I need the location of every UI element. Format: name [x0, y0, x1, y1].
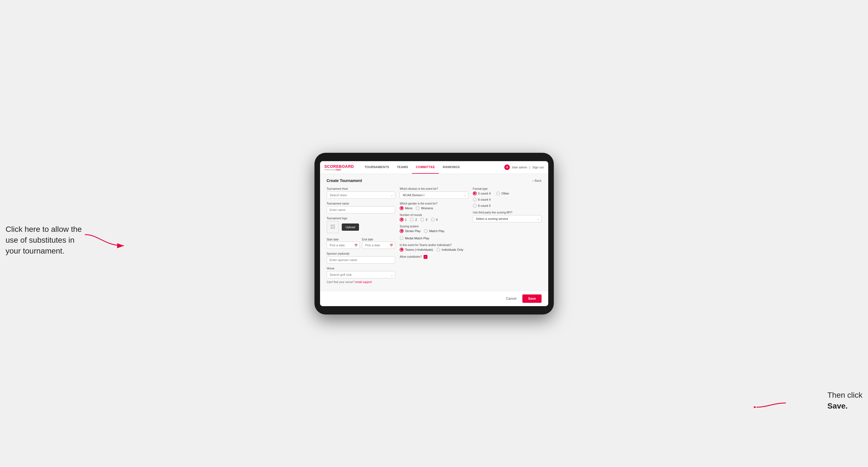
tournament-host-input[interactable] [327, 191, 396, 199]
venue-help: Can't find your venue? email support [327, 281, 396, 284]
substitutes-group: Allow substitutes? ✓ [400, 255, 468, 259]
substitutes-label: Allow substitutes? [400, 255, 422, 258]
format-other-radio[interactable] [496, 191, 500, 195]
nav-committee[interactable]: COMMITTEE [412, 161, 439, 174]
logo-score-red: SCORE [324, 164, 339, 169]
dates-group: Start date 📅 End date 📅 [327, 237, 396, 249]
annotation-right: Then click Save. [827, 390, 862, 411]
email-support-link[interactable]: email support [355, 281, 372, 284]
tournament-name-input[interactable] [327, 206, 396, 214]
gender-womens[interactable]: Womens [416, 206, 433, 210]
tournament-logo-group: Tournament logo 🖼 Upload [327, 217, 396, 233]
avatar: B [504, 164, 510, 170]
tournament-name-label: Tournament name [327, 202, 396, 205]
back-button[interactable]: ‹ Back [532, 179, 541, 182]
division-label: Which division is the event for? [400, 187, 468, 190]
rounds-label: Number of rounds [400, 214, 468, 217]
division-select[interactable]: NCAA Division I [400, 191, 468, 199]
rounds-1-label: 1 [405, 218, 407, 221]
form-col-3: Format type 5 count 4 Other [473, 187, 541, 284]
teams-label: Is this event for Teams and/or Individua… [400, 244, 468, 247]
nav-logo: SCOREBOARD Powered by clippd [324, 164, 354, 170]
page-content: Create Tournament ‹ Back Tournament Host… [320, 174, 548, 291]
teams-plus-label: Teams (+Individuals) [405, 248, 433, 251]
nav-bar: SCOREBOARD Powered by clippd TOURNAMENTS… [320, 161, 548, 174]
venue-input[interactable] [327, 271, 396, 278]
scoring-group: Scoring system Stroke Play Match Play [400, 225, 468, 240]
tournament-host-group: Tournament Host [327, 187, 396, 199]
rounds-4-radio[interactable] [431, 218, 435, 221]
scoring-stroke[interactable]: Stroke Play [400, 229, 421, 233]
logo-board: BOARD [339, 164, 354, 169]
annotation-left: Click here to allow the use of substitut… [6, 224, 84, 257]
sponsor-input[interactable] [327, 256, 396, 263]
scoring-radio-group: Stroke Play Match Play Medal Match Play [400, 229, 468, 240]
teams-plus-radio[interactable] [400, 248, 404, 252]
form-footer: Cancel Save [320, 291, 548, 306]
format-5count4[interactable]: 5 count 4 [473, 191, 491, 195]
venue-label: Venue [327, 267, 396, 270]
logo-tagline: Powered by clippd [324, 169, 354, 170]
teams-radio-group: Teams (+Individuals) Individuals Only [400, 248, 468, 252]
rounds-2[interactable]: 2 [410, 218, 417, 221]
tablet-screen: SCOREBOARD Powered by clippd TOURNAMENTS… [320, 161, 548, 306]
sign-out-link[interactable]: Sign out [532, 165, 544, 169]
sponsor-label: Sponsor (optional) [327, 252, 396, 255]
api-select[interactable]: Select a scoring service [473, 215, 541, 222]
teams-plus-individuals[interactable]: Teams (+Individuals) [400, 248, 433, 252]
form-grid: Tournament Host Tournament name Tourname… [327, 187, 541, 284]
rounds-4-label: 4 [436, 218, 438, 221]
save-button[interactable]: Save [522, 294, 541, 303]
form-col-1: Tournament Host Tournament name Tourname… [327, 187, 396, 284]
scoring-medal[interactable]: Medal Match Play [400, 236, 429, 240]
page-header: Create Tournament ‹ Back [327, 178, 541, 183]
rounds-1[interactable]: 1 [400, 218, 407, 221]
logo-placeholder: 🖼 [327, 221, 339, 233]
scoring-medal-label: Medal Match Play [405, 237, 429, 240]
scoring-stroke-label: Stroke Play [405, 229, 421, 233]
format-5count4-radio[interactable] [473, 191, 477, 195]
nav-teams[interactable]: TEAMS [393, 161, 412, 174]
rounds-2-radio[interactable] [410, 218, 414, 221]
format-6count4[interactable]: 6 count 4 [473, 197, 541, 201]
scoring-stroke-radio[interactable] [400, 229, 404, 233]
gender-womens-radio[interactable] [416, 206, 420, 210]
gender-womens-label: Womens [421, 207, 433, 210]
teams-group: Is this event for Teams and/or Individua… [400, 244, 468, 252]
nav-links: TOURNAMENTS TEAMS COMMITTEE RANKINGS [361, 161, 504, 174]
rounds-4[interactable]: 4 [431, 218, 438, 221]
format-group: Format type 5 count 4 Other [473, 187, 541, 208]
arrow-left-svg [82, 232, 127, 249]
individuals-only[interactable]: Individuals Only [436, 248, 463, 252]
scoring-match[interactable]: Match Play [424, 229, 444, 233]
rounds-2-label: 2 [415, 218, 417, 221]
cancel-button[interactable]: Cancel [503, 295, 520, 302]
format-6count4-radio[interactable] [473, 197, 477, 201]
format-radio-list: 5 count 4 Other 6 count 4 [473, 191, 541, 208]
substitutes-checkbox[interactable]: ✓ [424, 255, 428, 259]
gender-mens-radio[interactable] [400, 206, 404, 210]
gender-mens[interactable]: Mens [400, 206, 412, 210]
rounds-radio-group: 1 2 3 4 [400, 218, 468, 221]
format-6count5-radio[interactable] [473, 204, 477, 208]
format-6count5[interactable]: 6 count 5 [473, 204, 541, 208]
upload-button[interactable]: Upload [342, 223, 359, 231]
scoring-medal-radio[interactable] [400, 236, 404, 240]
nav-rankings[interactable]: RANKINGS [439, 161, 464, 174]
nav-user: B blair admin | Sign out [504, 164, 544, 170]
rounds-3[interactable]: 3 [420, 218, 427, 221]
gender-mens-label: Mens [405, 207, 412, 210]
format-other-label: Other [501, 192, 509, 195]
start-date-label: Start date [327, 238, 339, 241]
format-other[interactable]: Other [496, 191, 509, 195]
rounds-1-radio[interactable] [400, 218, 404, 221]
format-5count4-label: 5 count 4 [478, 192, 491, 195]
format-6count4-label: 6 count 4 [478, 198, 491, 201]
rounds-3-radio[interactable] [420, 218, 424, 221]
sponsor-group: Sponsor (optional) [327, 252, 396, 263]
arrow-right-svg [754, 398, 787, 409]
nav-tournaments[interactable]: TOURNAMENTS [361, 161, 393, 174]
tournament-host-label: Tournament Host [327, 187, 396, 190]
individuals-only-radio[interactable] [436, 248, 440, 252]
scoring-match-radio[interactable] [424, 229, 428, 233]
